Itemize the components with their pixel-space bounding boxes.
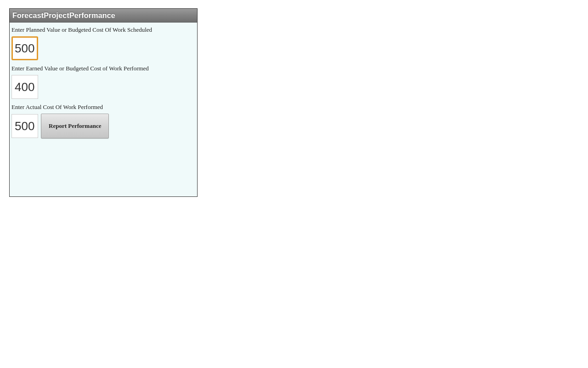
planned-value-label: Enter Planned Value or Budgeted Cost Of … — [11, 26, 195, 34]
planned-value-row — [11, 36, 195, 60]
earned-value-input[interactable] — [11, 75, 38, 99]
title-bar: ForecastProjectPerformance — [10, 9, 197, 23]
planned-value-input[interactable] — [11, 36, 38, 60]
report-performance-button[interactable]: Report Performance — [41, 114, 109, 138]
content-area: Enter Planned Value or Budgeted Cost Of … — [10, 23, 197, 196]
earned-value-row — [11, 75, 195, 99]
actual-cost-input[interactable] — [11, 114, 38, 138]
app-window: ForecastProjectPerformance Enter Planned… — [9, 8, 198, 197]
actual-cost-label: Enter Actual Cost Of Work Performed — [11, 104, 195, 111]
earned-value-label: Enter Earned Value or Budgeted Cost of W… — [11, 65, 195, 72]
window-title: ForecastProjectPerformance — [12, 12, 115, 20]
actual-cost-row: Report Performance — [11, 114, 195, 138]
